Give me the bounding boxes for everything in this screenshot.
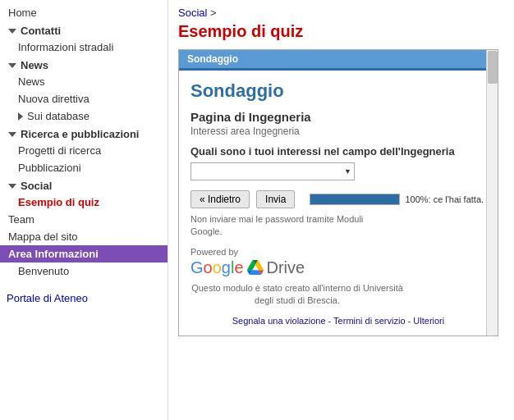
triangle-down-icon xyxy=(8,184,16,189)
back-button[interactable]: « Indietro xyxy=(190,190,250,208)
sidebar-section-ricerca[interactable]: Ricerca e pubblicazioni xyxy=(0,125,168,142)
sidebar-section-area-info[interactable]: Area Informazioni xyxy=(0,245,168,262)
sidebar-item-news[interactable]: News xyxy=(0,73,168,90)
g-letter-1: G xyxy=(190,258,204,276)
sidebar-item-home[interactable]: Home xyxy=(0,4,168,21)
sidebar-section-contatti[interactable]: Contatti xyxy=(0,21,168,39)
g-letter-6: e xyxy=(234,258,243,276)
interest-select[interactable] xyxy=(190,162,355,180)
drive-icon xyxy=(247,259,264,276)
sidebar-section-news[interactable]: News xyxy=(0,56,168,73)
footer-link-termini[interactable]: Termini di servizio xyxy=(333,316,405,326)
sidebar-item-nuova-direttiva[interactable]: Nuova direttiva xyxy=(0,90,168,107)
sondaggio-header-label: Sondaggio xyxy=(179,50,498,68)
google-text: Google xyxy=(190,258,244,277)
progress-row: 100%: ce l'hai fatta. xyxy=(301,194,484,205)
footer-link-ulteriori[interactable]: Ulteriori xyxy=(413,316,444,326)
sidebar-item-sui-database[interactable]: Sui database xyxy=(0,107,168,125)
powered-by-label: Powered by xyxy=(190,247,486,257)
drive-text: Drive xyxy=(267,258,305,277)
g-letter-2: o xyxy=(204,258,213,276)
select-wrapper xyxy=(190,162,355,180)
scrollbar-track[interactable] xyxy=(486,50,498,336)
triangle-right-icon xyxy=(18,112,23,121)
footer-link-segnala[interactable]: Segnala una violazione xyxy=(232,316,326,326)
form-question-label: Quali sono i tuoi interessi nel campo de… xyxy=(190,145,486,158)
sidebar: Home Contatti Informazioni stradali News… xyxy=(0,0,168,420)
main-content: Social > Esempio di quiz Sondaggio Sonda… xyxy=(168,0,514,420)
triangle-down-icon xyxy=(8,29,16,34)
disclaimer-text: Non inviare mai le password tramite Modu… xyxy=(190,213,379,239)
sidebar-item-pubblicazioni[interactable]: Pubblicazioni xyxy=(0,159,168,176)
sidebar-item-mappa[interactable]: Mappa del sito xyxy=(0,228,168,245)
breadcrumb: Social > xyxy=(178,7,504,19)
breadcrumb-separator: > xyxy=(210,7,217,19)
sidebar-item-progetti[interactable]: Progetti di ricerca xyxy=(0,142,168,159)
triangle-down-icon xyxy=(8,132,16,137)
form-section-title: Pagina di Ingegneria xyxy=(190,110,486,124)
progress-bar-fill xyxy=(310,194,399,204)
google-drive-logo: Google Drive xyxy=(190,258,486,277)
scrollbar-thumb[interactable] xyxy=(488,51,498,84)
sondaggio-title: Sondaggio xyxy=(190,80,486,102)
footer-links: Segnala una violazione - Termini di serv… xyxy=(190,316,486,326)
sidebar-item-benvenuto[interactable]: Benvenuto xyxy=(0,262,168,280)
page-title: Esempio di quiz xyxy=(178,22,504,41)
university-text: Questo modulo è stato creato all'interno… xyxy=(190,282,404,308)
triangle-down-icon xyxy=(8,63,16,68)
send-button[interactable]: Invia xyxy=(256,190,295,208)
g-letter-3: o xyxy=(213,258,222,276)
breadcrumb-social[interactable]: Social xyxy=(178,7,207,19)
g-letter-4: g xyxy=(222,258,231,276)
form-section-subtitle: Interessi area Ingegneria xyxy=(190,126,486,137)
sidebar-item-esempio-quiz[interactable]: Esempio di quiz xyxy=(0,194,168,211)
sidebar-portale[interactable]: Portale di Ateneo xyxy=(0,290,168,307)
progress-label: 100%: ce l'hai fatta. xyxy=(405,194,484,204)
sondaggio-body: Sondaggio Pagina di Ingegneria Interessi… xyxy=(179,68,498,336)
button-row: « Indietro Invia 100%: ce l'hai fatta. xyxy=(190,190,486,208)
form-select-row xyxy=(190,162,486,180)
sondaggio-widget: Sondaggio Sondaggio Pagina di Ingegneria… xyxy=(178,49,498,336)
sidebar-item-team[interactable]: Team xyxy=(0,211,168,228)
progress-bar-outer xyxy=(310,194,400,205)
sidebar-item-informazioni-stradali[interactable]: Informazioni stradali xyxy=(0,39,168,56)
sidebar-section-social[interactable]: Social xyxy=(0,176,168,194)
